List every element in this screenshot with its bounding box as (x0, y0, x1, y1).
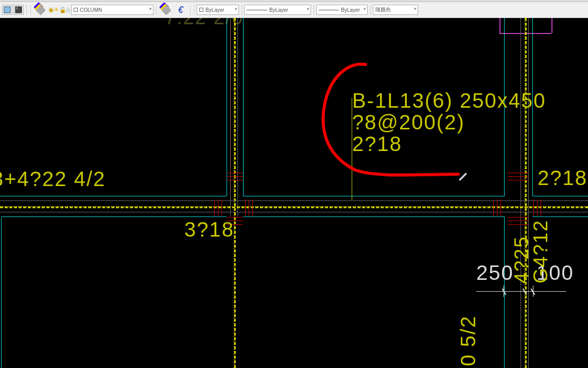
beam-edge (532, 216, 588, 217)
bulb-icon[interactable]: ◉ (48, 6, 54, 13)
lock-icon[interactable]: 🔓 (59, 7, 66, 13)
beam-edge (0, 196, 227, 196)
brush-cursor-icon (459, 173, 468, 181)
grid-line (227, 18, 227, 170)
linetype-dropdown[interactable]: ByLayer (244, 5, 311, 15)
vert-rebar-text-1: ?20 5/2 (457, 315, 480, 368)
beam-edge (243, 196, 505, 196)
drawing-canvas[interactable]: 7.22 2/0 (0, 18, 588, 368)
beam-edge (243, 216, 505, 217)
left-rebar-text: 3+4?22 4/2 (0, 168, 106, 191)
color-dropdown[interactable]: ByLayer (197, 5, 239, 15)
grid-line (0, 206, 588, 208)
plotstyle-dropdown-label: 随颜色 (375, 6, 391, 13)
tool-btn-1[interactable] (2, 5, 12, 15)
grid-line (237, 18, 238, 170)
beam-label-line3: 2?18 (352, 132, 402, 156)
grid-line (528, 18, 529, 368)
beam-label-line1: B-1L13(6) 250x450 (352, 89, 546, 112)
beam-edge (532, 196, 588, 196)
toolbar: ◉ ☀ 🔓 ⎙ COLUMN € ByLayer ByLayer ByLayer… (0, 2, 588, 18)
magenta-edge (499, 18, 500, 33)
grid-line (525, 18, 527, 368)
grid-line (0, 212, 588, 212)
grid-line (0, 200, 588, 201)
grid-line (521, 18, 521, 368)
mid-rebar-text: 3?18 (184, 218, 234, 241)
magenta-edge (551, 18, 552, 33)
layer-manager-icon[interactable] (33, 3, 47, 17)
grid-line (230, 18, 231, 170)
dimension-line (476, 291, 566, 292)
grid-line (243, 18, 244, 170)
layer-dropdown-label: COLUMN (80, 7, 102, 13)
layer-toggle-icons: ◉ ☀ 🔓 ⎙ (48, 6, 70, 13)
lineweight-dropdown[interactable]: ByLayer (316, 5, 368, 15)
layer-states-icon[interactable] (159, 3, 173, 17)
tool-btn-2[interactable] (13, 5, 24, 15)
lineweight-dropdown-label: ByLayer (341, 7, 360, 13)
color-dropdown-label: ByLayer (205, 7, 224, 13)
grid-line (1, 218, 2, 368)
euro-tool-icon[interactable]: € (174, 5, 187, 15)
sun-icon[interactable]: ☀ (54, 6, 59, 13)
linetype-dropdown-label: ByLayer (269, 7, 288, 13)
beam-edge (1, 216, 227, 217)
plotstyle-dropdown[interactable]: 随颜色 (373, 5, 418, 15)
print-icon[interactable]: ⎙ (66, 7, 70, 13)
svg-rect-0 (4, 7, 10, 13)
vert-rebar-text-3: G4?12 (530, 220, 552, 283)
dim-250: 250 (476, 261, 514, 285)
beam-label-line2: ?8@200(2) (352, 111, 465, 134)
layer-dropdown[interactable]: COLUMN (71, 5, 153, 15)
grid-line (234, 18, 236, 368)
svg-rect-2 (16, 7, 18, 9)
right-rebar-text: 2?18+ (538, 166, 588, 190)
